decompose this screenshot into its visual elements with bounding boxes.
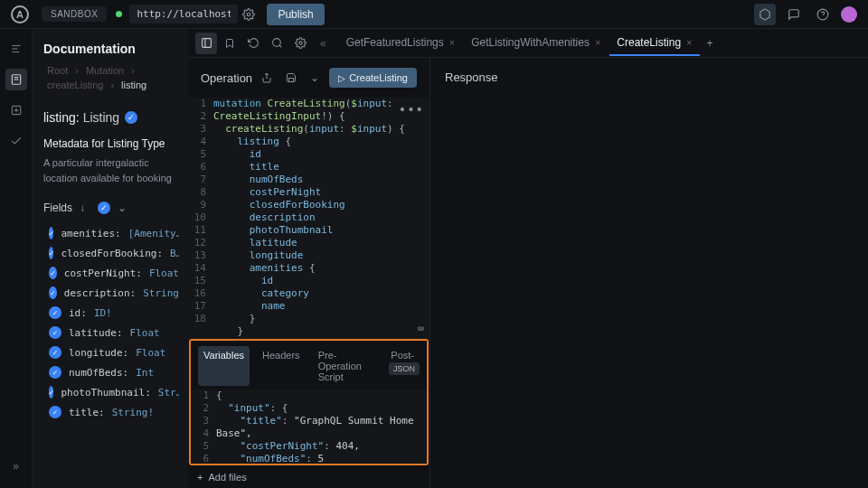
collapse-rail-icon[interactable]: » (5, 455, 27, 477)
select-all-icon[interactable]: ✓ (98, 202, 110, 214)
add-icon[interactable] (5, 99, 27, 121)
field-row[interactable]: ✓numOfBeds: Int (43, 362, 179, 382)
gear-icon[interactable] (289, 33, 311, 54)
field-row[interactable]: ✓amenities: [Amenity… (43, 223, 179, 243)
close-icon[interactable]: × (595, 37, 600, 48)
field-row[interactable]: ✓costPerNight: Float (43, 263, 179, 283)
documentation-sidebar: Documentation Root›Mutation› createListi… (33, 29, 188, 488)
listing-heading: listing:Listing ✓ (43, 110, 179, 125)
history-icon[interactable] (242, 33, 264, 54)
endpoint-url-input[interactable] (129, 5, 238, 23)
field-check-icon[interactable]: ✓ (49, 227, 53, 239)
publish-button[interactable]: Publish (267, 4, 324, 25)
bookmark-icon[interactable] (219, 33, 241, 54)
vars-tab[interactable]: Pre-Operation Script (313, 346, 379, 386)
check-badge-icon[interactable]: ✓ (125, 111, 137, 124)
operation-tab[interactable]: GetFeaturedListings× (339, 31, 463, 56)
field-row[interactable]: ✓latitude: Float (43, 323, 179, 343)
help-icon[interactable] (812, 4, 834, 25)
field-row[interactable]: ✓description: String (43, 283, 179, 303)
field-check-icon[interactable]: ✓ (49, 306, 61, 319)
schema-icon[interactable] (754, 4, 776, 25)
tab-scroll-left-icon[interactable]: « (315, 37, 332, 50)
checks-icon[interactable] (5, 130, 27, 152)
json-badge[interactable]: JSON (389, 362, 420, 375)
operation-editor[interactable]: 123456789101112131415161718 ••• ⌨ mutati… (188, 98, 429, 339)
field-check-icon[interactable]: ✓ (49, 267, 57, 279)
svg-rect-12 (202, 39, 211, 48)
sandbox-chip[interactable]: SANDBOX (42, 6, 107, 22)
svg-point-14 (272, 39, 280, 47)
metadata-title: Metadata for Listing Type (43, 137, 179, 150)
more-actions-icon[interactable]: ••• (399, 103, 424, 116)
operation-tab[interactable]: CreateListing× (609, 31, 699, 56)
expand-icon[interactable]: ⌄ (118, 202, 127, 214)
field-row[interactable]: ✓id: ID! (43, 303, 179, 323)
response-pane: Response (430, 58, 868, 488)
close-icon[interactable]: × (449, 37, 455, 48)
operation-tab[interactable]: GetListingWithAmenities× (464, 31, 608, 56)
left-rail: » (0, 29, 33, 488)
panel-layout-icon[interactable] (195, 33, 217, 54)
breadcrumb-row-2[interactable]: createListing›listing (43, 80, 179, 90)
metadata-description: A particular intergalactic location avai… (43, 155, 179, 185)
content-toolbar: « GetFeaturedListings×GetListingWithAmen… (188, 29, 868, 58)
operation-title: Operation (201, 71, 252, 85)
docs-icon[interactable] (5, 69, 27, 90)
svg-point-0 (248, 13, 251, 16)
save-icon[interactable] (281, 67, 299, 89)
apollo-logo: A (11, 5, 29, 23)
close-icon[interactable]: × (686, 37, 692, 48)
svg-line-15 (279, 45, 281, 47)
settings-icon[interactable] (238, 4, 259, 25)
explorer-icon[interactable] (5, 38, 27, 60)
sidebar-title: Documentation (43, 42, 179, 56)
field-row[interactable]: ✓photoThumbnail: Str… (43, 382, 179, 402)
keyboard-icon[interactable]: ⌨ (418, 323, 424, 335)
feedback-icon[interactable] (783, 4, 805, 25)
vars-tab[interactable]: Headers (257, 346, 306, 386)
vars-tab[interactable]: Variables (198, 346, 250, 386)
sort-icon[interactable]: ↓ (80, 202, 85, 214)
response-title: Response (445, 70, 854, 84)
field-check-icon[interactable]: ✓ (49, 406, 61, 418)
topbar: A SANDBOX Publish (0, 0, 868, 29)
search-icon[interactable] (266, 33, 288, 54)
field-row[interactable]: ✓longitude: Float (43, 343, 179, 362)
field-check-icon[interactable]: ✓ (49, 386, 53, 399)
field-check-icon[interactable]: ✓ (49, 326, 61, 339)
content-area: « GetFeaturedListings×GetListingWithAmen… (188, 29, 868, 488)
variables-editor[interactable]: 123456 { "input": { "title": "GraphQL Su… (191, 386, 427, 464)
svg-point-16 (298, 42, 301, 44)
field-check-icon[interactable]: ✓ (49, 346, 61, 359)
main-layout: » Documentation Root›Mutation› createLis… (0, 29, 868, 488)
fields-header: Fields ↓ ✓ ⌄ (43, 202, 179, 214)
field-check-icon[interactable]: ✓ (49, 286, 57, 299)
add-files-button[interactable]: +Add files (188, 466, 429, 488)
field-check-icon[interactable]: ✓ (49, 247, 53, 259)
user-avatar[interactable] (841, 6, 857, 23)
new-tab-button[interactable]: + (700, 37, 721, 50)
run-operation-button[interactable]: CreateListing (329, 68, 417, 88)
share-icon[interactable] (258, 67, 276, 89)
breadcrumb-row-1[interactable]: Root›Mutation› (43, 65, 179, 76)
field-check-icon[interactable]: ✓ (49, 366, 61, 379)
field-row[interactable]: ✓closedForBooking: B… (43, 243, 179, 263)
field-row[interactable]: ✓title: String! (43, 402, 179, 422)
operation-pane: Operation ⌄ CreateListing 12345678910111… (188, 58, 430, 488)
variables-panel: VariablesHeadersPre-Operation ScriptPost… (189, 339, 429, 465)
connection-status-dot (116, 11, 122, 17)
dropdown-icon[interactable]: ⌄ (306, 67, 324, 89)
